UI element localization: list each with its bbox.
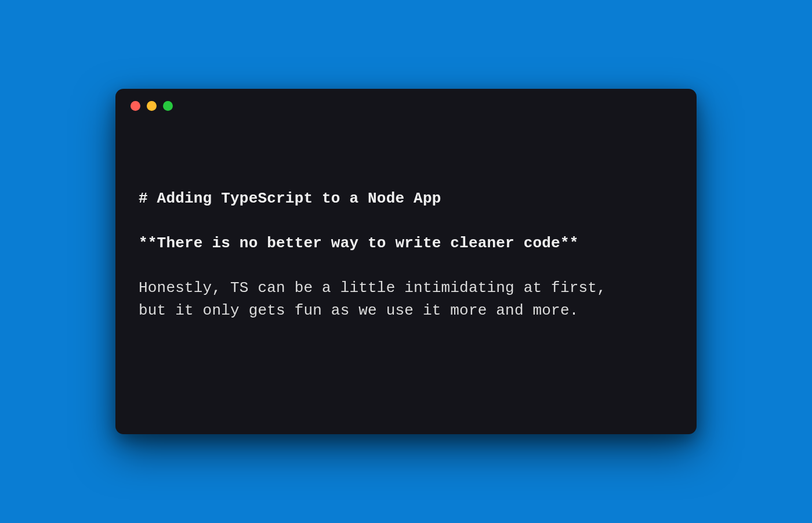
close-icon[interactable] <box>130 101 140 111</box>
window-titlebar <box>115 89 697 122</box>
markdown-body-line-1: Honestly, TS can be a little intimidatin… <box>139 277 673 300</box>
markdown-bold-line: **There is no better way to write cleane… <box>139 232 673 255</box>
editor-content: # Adding TypeScript to a Node App **Ther… <box>115 122 697 345</box>
markdown-heading: # Adding TypeScript to a Node App <box>139 187 673 210</box>
markdown-body-line-2: but it only gets fun as we use it more a… <box>139 300 673 322</box>
terminal-window: # Adding TypeScript to a Node App **Ther… <box>115 89 697 434</box>
minimize-icon[interactable] <box>147 101 157 111</box>
maximize-icon[interactable] <box>163 101 173 111</box>
